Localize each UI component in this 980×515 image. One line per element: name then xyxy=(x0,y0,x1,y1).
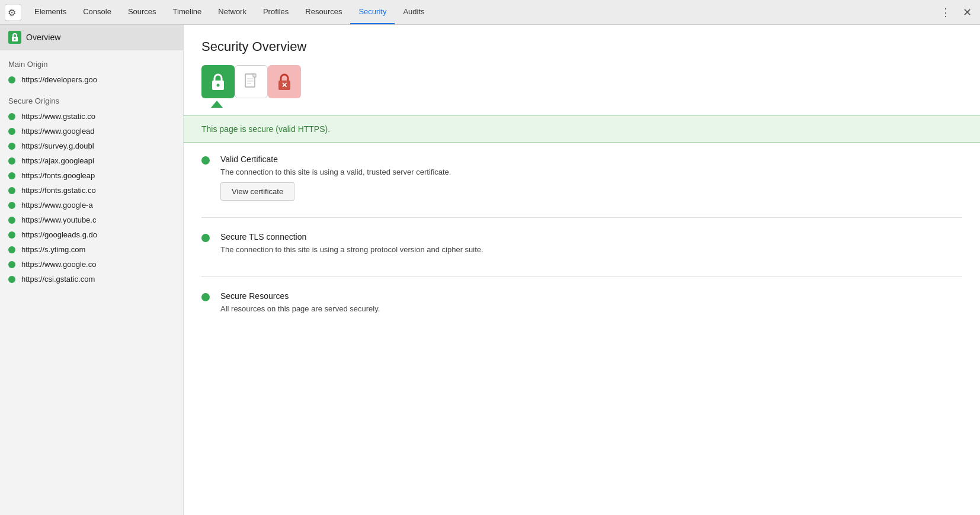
svg-text:⚙: ⚙ xyxy=(8,8,16,18)
security-status-banner: This page is secure (valid HTTPS). xyxy=(184,115,980,143)
svg-point-5 xyxy=(217,84,220,87)
green-dot-icon xyxy=(8,246,15,253)
secure-origins-label: Secure Origins xyxy=(0,87,183,109)
secure-origin-url: https://ajax.googleapi xyxy=(21,156,94,165)
sidebar: Overview Main Origin https://developers.… xyxy=(0,25,184,515)
security-item-resources: Secure Resources All resources on this p… xyxy=(201,291,962,319)
insecure-subresource-icon: ✕ xyxy=(268,65,301,98)
divider xyxy=(201,276,962,277)
resources-indicator xyxy=(201,293,210,301)
secure-origin-url: https://s.ytimg.com xyxy=(21,245,85,254)
list-item[interactable]: https://www.gstatic.co xyxy=(0,109,183,124)
tls-indicator xyxy=(201,234,210,242)
resources-body: Secure Resources All resources on this p… xyxy=(220,291,962,319)
secure-origin-url: https://www.youtube.c xyxy=(21,215,96,224)
green-dot-icon xyxy=(8,128,15,135)
resources-title: Secure Resources xyxy=(220,291,962,301)
list-item[interactable]: https://ajax.googleapi xyxy=(0,153,183,168)
security-status-text: This page is secure (valid HTTPS). xyxy=(201,124,330,134)
tls-description: The connection to this site is using a s… xyxy=(220,245,962,254)
page-icon xyxy=(235,65,268,98)
security-diagram: ✕ xyxy=(201,65,301,98)
secure-origin-url: https://csi.gstatic.com xyxy=(21,275,95,284)
green-dot-icon xyxy=(8,261,15,268)
tab-bar: Elements Console Sources Timeline Networ… xyxy=(26,0,937,24)
list-item[interactable]: https://s.ytimg.com xyxy=(0,242,183,257)
sidebar-item-main-origin[interactable]: https://developers.goo xyxy=(0,72,183,87)
security-details: Valid Certificate The connection to this… xyxy=(184,143,980,347)
tab-elements[interactable]: Elements xyxy=(26,0,75,24)
tab-profiles[interactable]: Profiles xyxy=(255,0,297,24)
overview-label: Overview xyxy=(26,33,60,42)
tls-body: Secure TLS connection The connection to … xyxy=(220,232,962,260)
divider xyxy=(201,217,962,218)
tab-resources[interactable]: Resources xyxy=(297,0,350,24)
list-item[interactable]: https://csi.gstatic.com xyxy=(0,272,183,287)
certificate-description: The connection to this site is using a v… xyxy=(220,168,962,176)
sidebar-item-overview[interactable]: Overview xyxy=(0,25,183,50)
green-dot-icon xyxy=(8,217,15,224)
green-dot-icon xyxy=(8,113,15,120)
secure-origin-url: https://www.googlead xyxy=(21,127,95,136)
list-item[interactable]: https://fonts.gstatic.co xyxy=(0,183,183,198)
svg-rect-7 xyxy=(253,74,256,77)
tls-title: Secure TLS connection xyxy=(220,232,962,242)
devtools-logo: ⚙ xyxy=(5,4,21,21)
diagram-arrow xyxy=(211,101,223,110)
main-layout: Overview Main Origin https://developers.… xyxy=(0,25,980,515)
tab-console[interactable]: Console xyxy=(75,0,120,24)
tab-network[interactable]: Network xyxy=(210,0,255,24)
secure-origin-url: https://googleads.g.do xyxy=(21,230,97,239)
svg-text:✕: ✕ xyxy=(281,81,287,89)
more-options-button[interactable]: ⋮ xyxy=(937,4,955,21)
main-origin-label: Main Origin xyxy=(0,50,183,72)
close-button[interactable]: ✕ xyxy=(959,4,975,21)
toolbar: ⚙ Elements Console Sources Timeline Netw… xyxy=(0,0,980,25)
secure-origin-url: https://www.google-a xyxy=(21,201,93,210)
svg-point-3 xyxy=(14,38,16,40)
list-item[interactable]: https://www.google-a xyxy=(0,198,183,213)
list-item[interactable]: https://fonts.googleap xyxy=(0,168,183,183)
secure-origin-url: https://www.gstatic.co xyxy=(21,112,95,121)
list-item[interactable]: https://www.googlead xyxy=(0,124,183,139)
green-dot-icon xyxy=(8,76,15,83)
green-dot-icon xyxy=(8,231,15,239)
secure-origin-url: https://fonts.googleap xyxy=(21,171,95,180)
resources-description: All resources on this page are served se… xyxy=(220,304,962,313)
page-title: Security Overview xyxy=(184,25,980,65)
security-item-certificate: Valid Certificate The connection to this… xyxy=(201,154,962,201)
security-content: Security Overview xyxy=(184,25,980,515)
green-dot-icon xyxy=(8,202,15,209)
overview-lock-icon xyxy=(8,31,21,44)
list-item[interactable]: https://www.google.co xyxy=(0,257,183,272)
tab-sources[interactable]: Sources xyxy=(120,0,165,24)
green-dot-icon xyxy=(8,276,15,283)
view-certificate-button[interactable]: View certificate xyxy=(220,182,294,201)
secure-connection-icon xyxy=(201,65,235,98)
green-dot-icon xyxy=(8,172,15,179)
green-dot-icon xyxy=(8,187,15,194)
secure-origin-url: https://www.google.co xyxy=(21,260,96,269)
list-item[interactable]: https://googleads.g.do xyxy=(0,227,183,242)
security-item-tls: Secure TLS connection The connection to … xyxy=(201,232,962,260)
green-dot-icon xyxy=(8,157,15,165)
tab-audits[interactable]: Audits xyxy=(395,0,433,24)
list-item[interactable]: https://survey.g.doubl xyxy=(0,139,183,153)
list-item[interactable]: https://www.youtube.c xyxy=(0,213,183,227)
certificate-body: Valid Certificate The connection to this… xyxy=(220,154,962,201)
tab-security[interactable]: Security xyxy=(350,0,395,24)
secure-origin-url: https://survey.g.doubl xyxy=(21,141,94,150)
valid-cert-indicator xyxy=(201,156,210,165)
secure-origin-url: https://fonts.gstatic.co xyxy=(21,186,96,195)
toolbar-actions: ⋮ ✕ xyxy=(937,4,975,21)
certificate-title: Valid Certificate xyxy=(220,154,962,164)
main-origin-url: https://developers.goo xyxy=(21,75,97,84)
green-dot-icon xyxy=(8,143,15,150)
tab-timeline[interactable]: Timeline xyxy=(165,0,210,24)
